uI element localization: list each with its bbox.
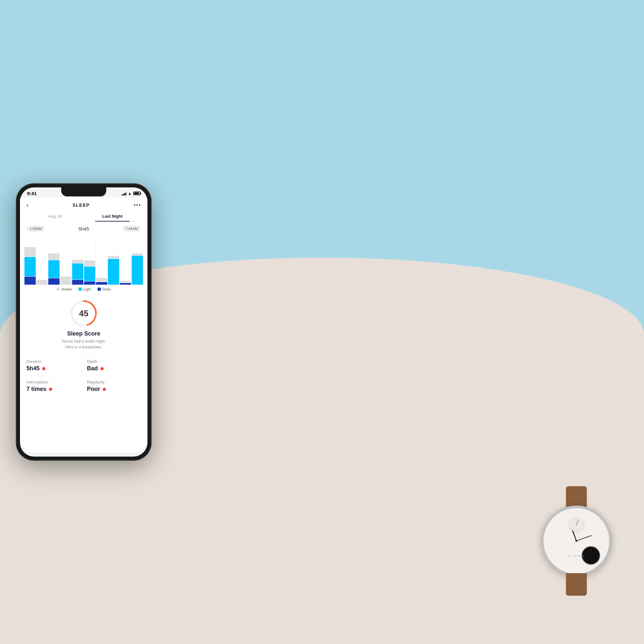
metric-interruptions-chevron-icon: › — [49, 381, 50, 384]
metrics-grid: Duration › 5h45 Depth — [20, 353, 147, 452]
signal-bars-icon — [121, 192, 126, 195]
metric-duration-chevron-icon: › — [42, 360, 43, 364]
legend-awake-label: Awake — [62, 287, 72, 291]
bar-deep — [84, 281, 95, 285]
bar-awake — [48, 253, 60, 260]
battery-fill — [134, 193, 139, 194]
bar-light — [84, 267, 95, 281]
start-time-badge: 1:59AM — [26, 225, 45, 232]
end-time-badge: 7:44AM — [122, 225, 141, 232]
metric-duration-dot — [42, 367, 45, 370]
bar-light — [132, 256, 143, 285]
app-content: ‹ SLEEP ••• Aug 18 Last Night — [20, 197, 147, 452]
battery-icon — [133, 192, 140, 195]
status-icons: ▲ — [121, 191, 140, 196]
bar-light — [24, 257, 36, 276]
chart-col-5 — [72, 260, 83, 285]
bar-awake — [108, 256, 119, 259]
bar-light — [48, 260, 60, 278]
bar-awake — [60, 277, 71, 285]
metric-depth-value-row: Bad — [87, 365, 138, 372]
metric-duration: Duration › 5h45 — [26, 359, 81, 372]
metric-depth-dot — [100, 367, 104, 370]
metric-regularity: Regularity › Poor — [81, 380, 141, 393]
signal-bar-3 — [124, 193, 125, 195]
watch-brand-text: WITHINGS — [568, 555, 585, 557]
status-time: 9:41 — [27, 191, 37, 196]
chart-col-3 — [48, 253, 60, 285]
metric-regularity-label-row: Regularity › — [87, 380, 138, 384]
metric-interruptions-value: 7 times — [26, 386, 46, 393]
tab-last-night[interactable]: Last Night — [84, 211, 141, 221]
bar-awake — [36, 280, 48, 285]
notch — [61, 187, 106, 196]
metrics-row-1: Duration › 5h45 Depth — [26, 355, 141, 376]
chart-legend: Awake Light Deep — [20, 285, 147, 294]
chart-col-4 — [60, 277, 71, 285]
app-header: ‹ SLEEP ••• — [20, 197, 147, 211]
metric-depth-label: Depth — [87, 359, 97, 364]
bar-awake — [132, 253, 143, 255]
score-circle: 45 — [69, 299, 98, 328]
bar-deep — [72, 280, 83, 285]
sleep-chart — [20, 233, 147, 285]
subdial-hand — [576, 520, 578, 525]
legend-awake-dot — [57, 288, 60, 291]
metric-depth-label-row: Depth › — [87, 359, 138, 364]
metric-interruptions-label-row: Interruptions › — [26, 380, 77, 384]
metric-duration-label: Duration — [26, 359, 41, 364]
legend-deep: Deep — [98, 287, 111, 291]
legend-deep-dot — [98, 288, 101, 291]
bar-deep — [24, 277, 36, 285]
bar-awake — [72, 260, 83, 263]
watch-subdial — [568, 517, 584, 533]
metric-duration-value: 5h45 — [26, 365, 40, 372]
sleep-duration: 5h45 — [78, 226, 89, 232]
more-button[interactable]: ••• — [134, 202, 141, 208]
bar-awake — [24, 247, 36, 257]
watch-assembly: WITHINGS — [541, 486, 612, 596]
metric-regularity-dot — [103, 388, 106, 391]
bar-light — [72, 263, 83, 279]
wifi-icon: ▲ — [128, 191, 132, 196]
bar-awake — [96, 278, 107, 282]
legend-light-label: Light — [83, 287, 91, 291]
chart-col-9 — [120, 281, 131, 285]
tab-aug18[interactable]: Aug 18 — [26, 211, 84, 221]
legend-light-dot — [79, 288, 82, 291]
chart-col-7 — [96, 278, 107, 285]
bar-deep — [48, 278, 60, 285]
legend-awake: Awake — [57, 287, 72, 291]
bar-deep — [96, 282, 107, 285]
metric-regularity-value: Poor — [87, 386, 100, 393]
scene: 9:41 ▲ — [0, 0, 644, 644]
metric-depth-chevron-icon: › — [99, 360, 99, 364]
back-button[interactable]: ‹ — [26, 201, 29, 209]
metric-depth-value: Bad — [87, 365, 98, 372]
score-value: 45 — [79, 308, 89, 318]
chart-col-2 — [36, 280, 48, 285]
legend-deep-label: Deep — [102, 287, 111, 291]
watch-strap-bottom — [566, 573, 587, 596]
tab-bar: Aug 18 Last Night — [20, 211, 147, 222]
watch-area: WITHINGS — [541, 486, 612, 596]
watch-center-dot — [575, 540, 577, 542]
chart-col-8 — [108, 256, 119, 285]
metric-interruptions: Interruptions › 7 times — [26, 380, 81, 393]
watch-minute-hand — [576, 535, 592, 541]
signal-bar-2 — [123, 194, 124, 195]
metric-interruptions-label: Interruptions — [26, 380, 48, 384]
chart-grid-lines — [24, 233, 143, 285]
metric-regularity-label: Regularity — [87, 380, 104, 384]
phone-wrapper: 9:41 ▲ — [16, 184, 151, 460]
metric-duration-value-row: 5h45 — [26, 365, 77, 372]
signal-bar-1 — [121, 194, 122, 195]
page-title: SLEEP — [72, 203, 90, 208]
score-description: You've had a restful night. Here is a br… — [62, 338, 106, 350]
metrics-row-2: Interruptions › 7 times Regul — [26, 376, 141, 396]
metric-regularity-value-row: Poor — [87, 386, 138, 393]
watch-case: WITHINGS — [541, 506, 612, 576]
time-row: 1:59AM 5h45 7:44AM — [20, 222, 147, 233]
legend-light: Light — [79, 287, 91, 291]
bar-light — [108, 259, 119, 285]
